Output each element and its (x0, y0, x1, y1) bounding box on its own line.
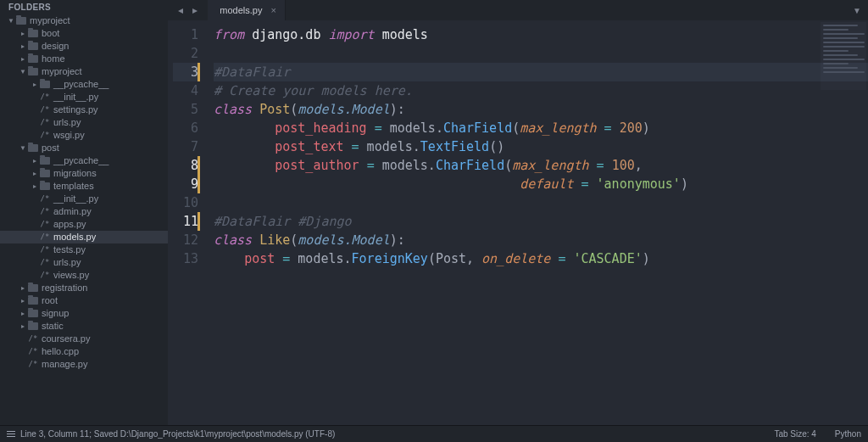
file-icon: /* (27, 347, 39, 357)
disclosure-arrow-icon[interactable]: ▼ (7, 14, 15, 27)
tab-nav-arrows-icon[interactable]: ◂ ▸ (171, 4, 208, 16)
minimap[interactable] (821, 22, 866, 90)
code-line[interactable]: # Create your models here. (214, 81, 868, 100)
code-line[interactable] (214, 44, 868, 63)
file-icon: /* (39, 258, 51, 268)
code-line[interactable]: post_author = models.CharField(max_lengt… (214, 156, 868, 175)
folder-icon (27, 29, 39, 39)
tree-item-label: views.py (53, 269, 89, 282)
file-tree[interactable]: ▼myproject▸boot▸design▸home▼myproject▸__… (0, 14, 168, 425)
tree-file[interactable]: /*settings.py (0, 104, 168, 116)
folder-icon (27, 42, 39, 52)
disclosure-arrow-icon[interactable]: ▸ (19, 53, 27, 65)
folder-icon (27, 54, 39, 64)
tree-item-label: __pycache__ (53, 154, 108, 167)
tree-file[interactable]: /*wsgi.py (0, 129, 168, 142)
code-line[interactable]: post_text = models.TextField() (214, 137, 868, 156)
disclosure-arrow-icon[interactable]: ▸ (31, 78, 39, 91)
tree-file[interactable]: /*apps.py (0, 218, 168, 231)
disclosure-arrow-icon[interactable]: ▸ (19, 294, 27, 307)
tree-item-label: myproject (30, 14, 70, 27)
disclosure-arrow-icon[interactable]: ▸ (19, 307, 27, 320)
tree-item-label: models.py (53, 231, 96, 243)
tree-item-label: hello.cpp (42, 345, 79, 358)
tree-folder[interactable]: ▸__pycache__ (0, 154, 168, 167)
disclosure-arrow-icon[interactable]: ▼ (19, 142, 27, 154)
file-icon: /* (39, 245, 51, 255)
tree-item-label: settings.py (53, 104, 98, 116)
disclosure-arrow-icon[interactable]: ▸ (31, 180, 39, 193)
tree-item-label: myproject (42, 65, 82, 78)
folder-icon (39, 182, 51, 192)
file-icon: /* (39, 92, 51, 103)
close-icon[interactable]: × (270, 5, 275, 15)
code-line[interactable]: default = 'anonymous') (214, 175, 868, 193)
folder-icon (39, 80, 51, 90)
tree-file[interactable]: /*views.py (0, 269, 168, 282)
tree-folder[interactable]: ▸design (0, 40, 168, 53)
file-icon: /* (39, 194, 51, 204)
tree-file[interactable]: /*urls.py (0, 256, 168, 269)
tab-models-py[interactable]: models.py × (208, 0, 286, 20)
tab-label: models.py (220, 5, 262, 15)
code-line[interactable]: #DataFlair (214, 63, 868, 81)
code-line[interactable]: class Like(models.Model): (214, 231, 868, 249)
tree-file[interactable]: /*tests.py (0, 243, 168, 256)
line-number: 6 (173, 119, 198, 137)
tree-file[interactable]: /*__init__.py (0, 193, 168, 205)
tree-file[interactable]: /*admin.py (0, 205, 168, 218)
tree-folder[interactable]: ▼myproject (0, 65, 168, 78)
tree-folder[interactable]: ▸registration (0, 282, 168, 294)
code-line[interactable] (214, 193, 868, 212)
tree-folder[interactable]: ▸__pycache__ (0, 78, 168, 91)
tree-item-label: __pycache__ (53, 78, 108, 91)
file-icon: /* (39, 105, 51, 115)
file-icon: /* (39, 220, 51, 230)
tree-file[interactable]: /*manage.py (0, 358, 168, 371)
disclosure-arrow-icon[interactable]: ▸ (31, 167, 39, 180)
tree-item-label: urls.py (53, 116, 81, 129)
menu-icon[interactable] (7, 431, 15, 438)
disclosure-arrow-icon[interactable]: ▸ (19, 320, 27, 333)
tree-folder[interactable]: ▸static (0, 320, 168, 333)
tree-file[interactable]: /*__init__.py (0, 91, 168, 104)
folder-icon (27, 296, 39, 306)
disclosure-arrow-icon[interactable]: ▸ (31, 154, 39, 167)
tree-item-label: signup (42, 307, 69, 320)
disclosure-arrow-icon[interactable]: ▸ (19, 282, 27, 294)
file-icon: /* (27, 360, 39, 370)
tree-item-label: tests.py (53, 243, 86, 256)
code-line[interactable]: class Post(models.Model): (214, 100, 868, 119)
file-icon: /* (27, 334, 39, 344)
code-line[interactable]: post_heading = models.CharField(max_leng… (214, 119, 868, 137)
line-number-gutter: 12345678910111213 (168, 20, 207, 425)
status-syntax[interactable]: Python (835, 429, 861, 439)
code-line[interactable]: post = models.ForeignKey(Post, on_delete… (214, 249, 868, 268)
tree-item-label: registration (42, 282, 87, 294)
line-number: 5 (173, 100, 198, 119)
tree-file[interactable]: /*models.py (0, 231, 168, 243)
code-line[interactable]: from django.db import models (214, 25, 868, 44)
tree-folder[interactable]: ▸boot (0, 27, 168, 40)
code-content[interactable]: from django.db import models#DataFlair# … (207, 20, 868, 425)
disclosure-arrow-icon[interactable]: ▼ (19, 65, 27, 78)
tree-folder[interactable]: ▸root (0, 294, 168, 307)
code-line[interactable]: #DataFlair #Django (214, 212, 868, 231)
line-number: 8 (173, 156, 198, 175)
tab-overflow-dropdown-icon[interactable]: ▼ (853, 6, 861, 15)
tree-folder[interactable]: ▸migrations (0, 167, 168, 180)
tree-file[interactable]: /*urls.py (0, 116, 168, 129)
disclosure-arrow-icon[interactable]: ▸ (19, 27, 27, 40)
tree-folder[interactable]: ▸signup (0, 307, 168, 320)
tree-folder[interactable]: ▸home (0, 53, 168, 65)
status-tab-size[interactable]: Tab Size: 4 (774, 429, 815, 439)
folder-icon (27, 67, 39, 77)
tree-file[interactable]: /*hello.cpp (0, 345, 168, 358)
tree-file[interactable]: /*coursera.py (0, 333, 168, 345)
tree-folder[interactable]: ▼post (0, 142, 168, 154)
disclosure-arrow-icon[interactable]: ▸ (19, 40, 27, 53)
folder-icon (27, 143, 39, 154)
tree-folder[interactable]: ▼myproject (0, 14, 168, 27)
tree-folder[interactable]: ▸templates (0, 180, 168, 193)
code-editor[interactable]: 12345678910111213 from django.db import … (168, 20, 868, 425)
